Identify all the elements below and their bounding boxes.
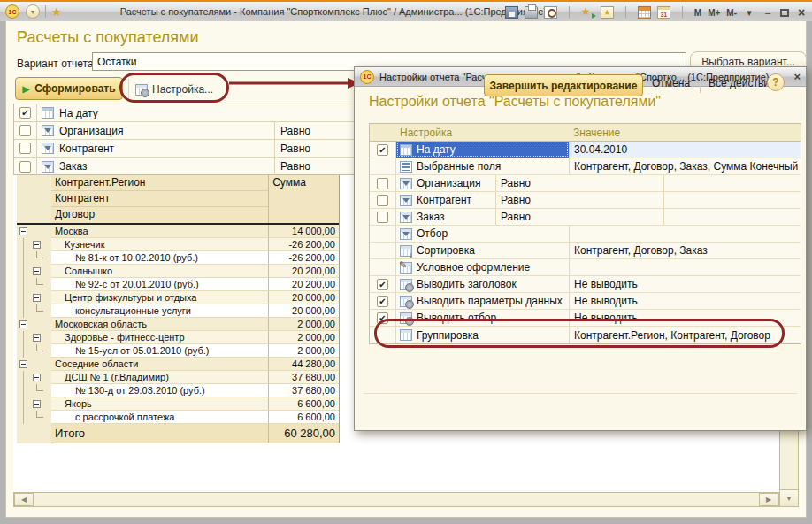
horizontal-scrollbar[interactable]: ◀ ▶: [13, 492, 779, 507]
settings-button[interactable]: Настройка...: [135, 81, 213, 98]
report-row[interactable]: № 15-усл от 05.01.2010 (руб.)2 000,00: [17, 344, 339, 358]
report-row[interactable]: Здоровье - фитнесс-центр2 000,00: [17, 331, 339, 344]
filter-condition[interactable]: Равно: [274, 122, 358, 139]
minimize-button[interactable]: –: [762, 7, 774, 18]
memory-recall-button[interactable]: M: [694, 8, 701, 18]
filter-checkbox[interactable]: [19, 161, 31, 173]
settings-row[interactable]: ЗаказРавно: [370, 209, 801, 226]
setting-condition[interactable]: Равно: [495, 192, 663, 208]
tree-margin: [17, 225, 51, 238]
tree-line: [23, 344, 24, 358]
setting-value[interactable]: Не выводить: [569, 310, 801, 326]
setting-value[interactable]: [663, 175, 801, 191]
report-row[interactable]: Московская область2 000,00: [17, 318, 339, 331]
save-icon[interactable]: [505, 6, 518, 19]
filter-row[interactable]: ЗаказРавно: [14, 158, 358, 175]
collapse-toggle[interactable]: [19, 227, 27, 235]
report-row[interactable]: Итого60 280,00: [17, 424, 339, 443]
calculator-icon[interactable]: [638, 6, 651, 19]
report-row[interactable]: Центр физкультуры и отдыха20 000,00: [17, 291, 339, 304]
filter-row[interactable]: ОрганизацияРавно: [14, 122, 358, 140]
print-icon[interactable]: [525, 6, 538, 19]
calendar-icon[interactable]: 31: [657, 6, 670, 19]
scroll-right-icon[interactable]: ▶: [759, 493, 778, 506]
scroll-down-icon[interactable]: ▼: [779, 489, 799, 507]
scroll-track[interactable]: [34, 493, 759, 506]
setting-checkbox[interactable]: [377, 212, 388, 223]
print-preview-icon[interactable]: [544, 6, 557, 19]
setting-value[interactable]: [663, 209, 801, 225]
settings-row[interactable]: ОрганизацияРавно: [370, 175, 801, 192]
filter-checkbox[interactable]: ✔: [19, 107, 31, 119]
settings-row[interactable]: КонтрагентРавно: [370, 192, 801, 209]
report-row[interactable]: Якорь6 600,00: [17, 397, 339, 411]
settings-row[interactable]: Выбранные поляКонтрагент, Договор, Заказ…: [370, 158, 801, 175]
setting-checkbox[interactable]: [377, 195, 388, 206]
collapse-toggle[interactable]: [33, 267, 41, 275]
collapse-toggle[interactable]: [33, 400, 41, 408]
report-row[interactable]: Кузнечик-26 200,00: [17, 238, 339, 251]
dialog-close-button[interactable]: ×: [793, 70, 801, 83]
report-row[interactable]: консультационные услуги20 000,00: [17, 304, 339, 318]
setting-value[interactable]: Контрагент, Договор, Заказ: [569, 243, 801, 258]
filter-condition[interactable]: Равно: [274, 140, 358, 157]
settings-row[interactable]: ГруппировкаКонтрагент.Регион, Контрагент…: [370, 327, 801, 343]
setting-condition[interactable]: Равно: [495, 175, 663, 191]
settings-row[interactable]: ✔На дату30.04.2010: [370, 142, 801, 158]
setting-value[interactable]: Контрагент.Регион, Контрагент, Договор: [569, 327, 801, 343]
setting-checkbox[interactable]: [377, 178, 388, 189]
collapse-toggle[interactable]: [19, 320, 27, 328]
settings-row[interactable]: Отбор: [370, 226, 801, 243]
chevron-down-icon[interactable]: ▾: [743, 7, 755, 19]
favorites-list-icon[interactable]: ★: [601, 6, 614, 19]
setting-checkbox[interactable]: ✔: [377, 279, 388, 290]
report-row[interactable]: № 81-к от 10.02.2010 (руб.)-26 200,00: [17, 251, 339, 265]
report-row[interactable]: ДСШ № 1 (г.Владимир)37 680,00: [17, 371, 339, 384]
collapse-toggle[interactable]: [33, 294, 41, 302]
settings-row[interactable]: ✔Выводить заголовокНе выводить: [370, 276, 801, 293]
setting-value[interactable]: 30.04.2010: [569, 142, 801, 158]
settings-row[interactable]: Условное оформление: [370, 259, 801, 276]
report-row[interactable]: № 92-с от 20.01.2010 (руб.)20 200,00: [17, 278, 339, 291]
setting-value[interactable]: [663, 192, 801, 208]
scroll-left-icon[interactable]: ◀: [14, 493, 34, 506]
setting-value[interactable]: [569, 259, 801, 275]
date-grid-icon: [400, 144, 412, 156]
report-row[interactable]: Солнышко20 200,00: [17, 265, 339, 278]
report-row[interactable]: № 130-д от 29.03.2010 (руб.)37 680,00: [17, 384, 339, 397]
setting-value[interactable]: Контрагент, Договор, Заказ, Сумма Конечн…: [569, 158, 801, 174]
setting-checkbox[interactable]: ✔: [377, 296, 388, 307]
setting-value[interactable]: Не выводить: [569, 276, 801, 292]
collapse-toggle[interactable]: [33, 241, 41, 249]
setting-value[interactable]: [569, 226, 801, 242]
filter-condition[interactable]: Равно: [274, 158, 358, 175]
generate-button[interactable]: ▶ Сформировать: [15, 77, 123, 100]
setting-condition[interactable]: Равно: [495, 209, 663, 225]
filter-checkbox[interactable]: [19, 143, 31, 154]
settings-row[interactable]: ✔Выводить отборНе выводить: [370, 310, 801, 327]
settings-row[interactable]: СортировкаКонтрагент, Договор, Заказ: [370, 243, 801, 259]
help-button[interactable]: ?: [767, 73, 785, 91]
report-row[interactable]: с рассрочкой платежа6 600,00: [17, 411, 339, 424]
report-row[interactable]: Москва14 000,00: [17, 225, 339, 238]
collapse-toggle[interactable]: [19, 360, 27, 368]
memory-plus-button[interactable]: M+: [708, 8, 720, 18]
main-menu-button[interactable]: ▾: [26, 4, 40, 19]
favorites-icon[interactable]: ★: [51, 5, 62, 19]
cancel-button[interactable]: Отмена: [652, 77, 690, 89]
setting-value[interactable]: Не выводить: [569, 293, 801, 309]
maximize-button[interactable]: [780, 9, 789, 17]
filter-row[interactable]: ✔На дату: [14, 104, 358, 122]
setting-checkbox[interactable]: ✔: [377, 144, 388, 156]
settings-row[interactable]: ✔Выводить параметры данныхНе выводить: [370, 293, 801, 310]
collapse-toggle[interactable]: [33, 334, 41, 342]
report-row[interactable]: Соседние области44 280,00: [17, 358, 339, 371]
close-button[interactable]: ×: [795, 5, 808, 19]
collapse-toggle[interactable]: [33, 374, 41, 381]
filter-checkbox[interactable]: [19, 125, 31, 136]
finish-editing-button[interactable]: Завершить редактирование: [484, 74, 643, 96]
setting-checkbox[interactable]: ✔: [377, 312, 388, 324]
add-favorite-icon[interactable]: ★: [581, 6, 594, 19]
memory-minus-button[interactable]: M-: [726, 8, 737, 18]
filter-row[interactable]: КонтрагентРавно: [14, 140, 358, 158]
